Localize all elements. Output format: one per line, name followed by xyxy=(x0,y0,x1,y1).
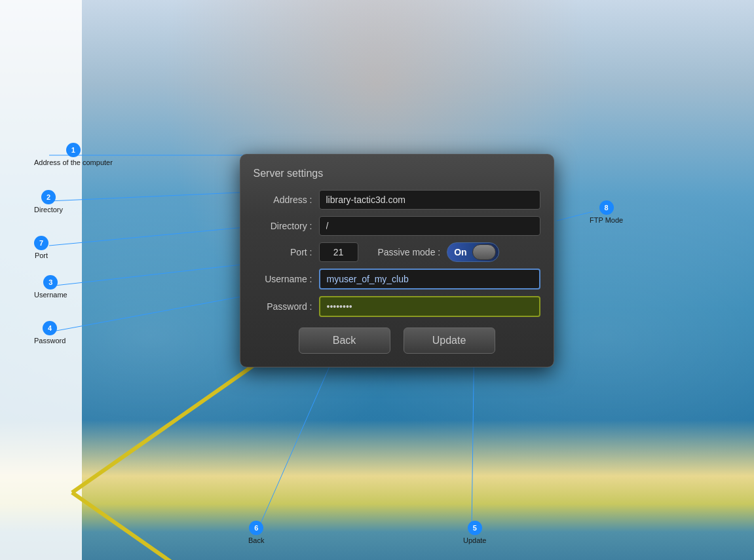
button-row: Back Update xyxy=(254,327,540,354)
username-input[interactable] xyxy=(319,269,540,289)
directory-row: Directory : xyxy=(254,216,540,236)
port-label: Port : xyxy=(254,247,319,257)
address-input[interactable] xyxy=(319,190,540,210)
update-button[interactable]: Update xyxy=(404,327,495,354)
passive-mode-label: Passive mode : xyxy=(378,247,441,257)
port-input[interactable] xyxy=(319,242,358,262)
port-passive-row: Port : Passive mode : On xyxy=(254,242,540,262)
dialog-overlay: Server settings Address : Directory : Po… xyxy=(0,0,754,560)
back-button[interactable]: Back xyxy=(299,327,390,354)
passive-mode-value: On xyxy=(447,247,466,257)
directory-input[interactable] xyxy=(319,216,540,236)
toggle-knob xyxy=(472,244,496,260)
username-label: Username : xyxy=(254,274,319,284)
passive-mode-toggle[interactable]: On xyxy=(447,242,499,262)
address-row: Address : xyxy=(254,190,540,210)
server-settings-dialog: Server settings Address : Directory : Po… xyxy=(240,154,554,367)
address-label: Address : xyxy=(254,195,319,205)
username-row: Username : xyxy=(254,269,540,289)
directory-label: Directory : xyxy=(254,221,319,231)
password-row: Password : xyxy=(254,296,540,317)
password-input[interactable] xyxy=(319,296,540,317)
dialog-title: Server settings xyxy=(254,168,540,179)
password-label: Password : xyxy=(254,301,319,312)
